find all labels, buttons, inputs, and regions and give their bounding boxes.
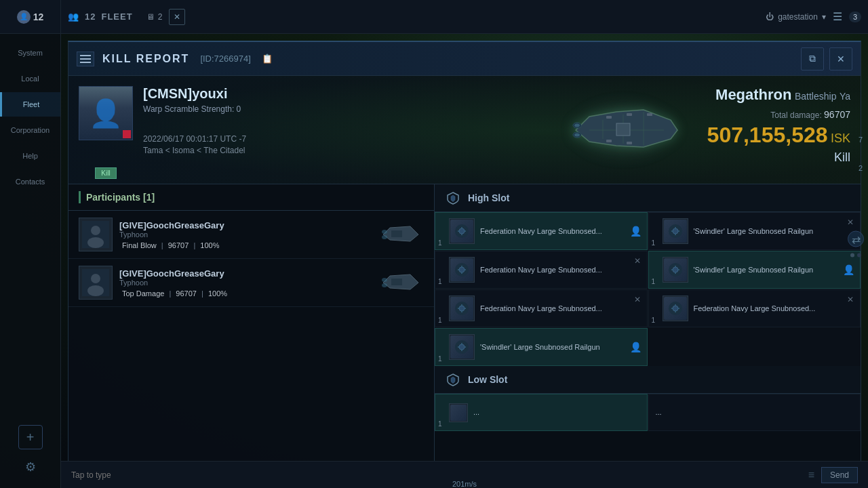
sidebar-item-corporation[interactable]: Corporation <box>0 118 60 142</box>
svg-point-24 <box>459 228 465 234</box>
sidebar-item-system[interactable]: System <box>0 41 60 65</box>
svg-rect-6 <box>616 123 630 136</box>
add-button[interactable]: + <box>18 425 43 449</box>
main-content: KILL REPORT [ID:7266974] 📋 ⧉ ✕ Kill <box>61 34 868 488</box>
fleet-label: 👥 12 FLEET <box>68 12 133 22</box>
gun-icon <box>664 220 687 243</box>
kill-badge: Kill <box>79 167 133 179</box>
equip-name: Federation Navy Large Snubnosed... <box>480 304 602 313</box>
nav-controls: ⇄ <box>848 231 864 258</box>
module-icon <box>450 405 467 421</box>
equip-count: 1 <box>438 278 442 285</box>
badge-2: 2 <box>859 164 863 172</box>
isk-display: 507,155,528 ISK <box>701 123 850 148</box>
list-item: 1 Federation Navy Lar <box>435 251 648 289</box>
close-window-button[interactable]: ✕ <box>169 9 185 25</box>
participant-name-2: [GIVE]GoochGreaseGary <box>119 268 370 279</box>
gun-icon <box>450 258 473 281</box>
avatar-status-indicator <box>123 130 131 138</box>
kill-report-panel: KILL REPORT [ID:7266974] 📋 ⧉ ✕ Kill <box>68 41 861 481</box>
equip-count: 1 <box>438 239 442 247</box>
filter-icon[interactable]: ☰ <box>833 10 842 23</box>
login-info: ⏻ gatestation ▾ <box>766 12 826 22</box>
participant-ship-visual-1 <box>376 221 424 248</box>
chat-badge: 3 <box>849 12 861 22</box>
gun-icon <box>664 297 687 320</box>
table-row: [GIVE]GoochGreaseGary Typhoon Final Blow… <box>68 211 434 259</box>
svg-point-10 <box>574 134 580 137</box>
sidebar-item-fleet[interactable]: Fleet <box>0 92 60 117</box>
panel-header: KILL REPORT [ID:7266974] 📋 ⧉ ✕ <box>68 42 861 76</box>
participant-avatar-2 <box>79 266 113 300</box>
badge-7: 7 <box>859 136 863 144</box>
svg-point-26 <box>673 228 678 234</box>
settings-icon[interactable]: ⚙ <box>25 460 36 474</box>
participant-info-2: [GIVE]GoochGreaseGary Typhoon Top Damage… <box>119 268 370 298</box>
nav-dot <box>850 253 854 258</box>
equip-icon <box>449 296 475 321</box>
svg-point-28 <box>459 267 465 272</box>
person-status-icon: 👤 <box>630 342 642 352</box>
high-slot-title: High Slot <box>468 192 509 203</box>
svg-rect-20 <box>391 279 402 285</box>
menu-icon[interactable] <box>77 52 94 66</box>
svg-point-12 <box>91 226 100 235</box>
panel-id: [ID:7266974] <box>200 54 250 64</box>
person-icon: 👥 <box>68 12 79 22</box>
low-slot-section: Low Slot 1 ... ... <box>435 366 861 431</box>
svg-point-36 <box>459 344 465 350</box>
sidebar-bottom: + ⚙ <box>0 425 60 488</box>
chat-input[interactable] <box>71 470 802 480</box>
list-item: 1 'Swindler' Large Sn <box>648 212 861 250</box>
equip-count: 1 <box>652 239 656 247</box>
damage-value: 96707 <box>824 109 850 120</box>
sidebar-item-local[interactable]: Local <box>0 66 60 91</box>
sidebar-item-contacts[interactable]: Contacts <box>0 169 60 194</box>
list-item: 1 Federation Navy Lar <box>435 212 648 250</box>
equip-name: 'Swindler' Large Snubnosed Railgun <box>694 226 814 236</box>
low-slot-header: Low Slot <box>435 366 861 394</box>
close-icon[interactable]: ✕ <box>632 256 643 266</box>
login-icon: ⏻ <box>766 12 774 22</box>
svg-point-13 <box>87 237 104 248</box>
svg-point-34 <box>673 306 678 311</box>
participant-name-1: [GIVE]GoochGreaseGary <box>119 220 370 230</box>
participant-avatar-svg-2 <box>82 269 109 296</box>
equip-icon <box>449 334 475 360</box>
copy-icon[interactable]: 📋 <box>262 54 273 64</box>
participants-title: Participants [1] <box>86 192 155 203</box>
close-icon[interactable]: ✕ <box>845 294 856 305</box>
bottom-bar: ≡ Send 201m/s <box>61 461 868 488</box>
nav-switch-button[interactable]: ⇄ <box>848 231 864 247</box>
kill-info-section: Kill [CMSN]youxi Warp Scramble Strength:… <box>68 76 861 184</box>
shield-icon <box>445 190 461 206</box>
svg-point-16 <box>382 235 387 239</box>
participants-header: Participants [1] <box>68 184 434 211</box>
external-link-button[interactable]: ⧉ <box>801 47 824 70</box>
high-slot-section: High Slot 1 <box>435 184 861 366</box>
send-button[interactable]: Send <box>821 467 858 483</box>
close-icon[interactable]: ✕ <box>632 294 643 305</box>
kill-result: Kill <box>701 150 850 165</box>
ship-visual-area <box>555 83 691 178</box>
list-item: ... <box>648 394 861 431</box>
gun-icon <box>450 297 473 320</box>
equip-count: 1 <box>438 420 442 428</box>
equip-name: 'Swindler' Large Snubnosed Railgun <box>694 265 814 274</box>
topbar-right: ⏻ gatestation ▾ ☰ 3 <box>766 10 861 23</box>
svg-rect-2 <box>627 113 632 116</box>
close-icon[interactable]: ✕ <box>845 217 856 228</box>
nav-dot <box>857 253 861 258</box>
person-status-icon: 👤 <box>843 264 854 275</box>
equip-name: 'Swindler' Large Snubnosed Railgun <box>480 342 600 352</box>
sidebar-item-help[interactable]: Help <box>0 144 60 168</box>
participant-ship-visual-2 <box>376 269 424 296</box>
participant-ship-svg-1 <box>376 221 424 248</box>
svg-rect-1 <box>606 116 612 119</box>
fleet-count: 12 <box>33 12 44 22</box>
list-item: 1 Federation Navy Lar <box>435 289 648 327</box>
close-panel-button[interactable]: ✕ <box>829 47 852 70</box>
svg-rect-3 <box>647 113 652 116</box>
split-layout: Participants [1] [GIVE]GoochGreas <box>68 184 861 481</box>
participant-avatar-1 <box>79 218 113 251</box>
